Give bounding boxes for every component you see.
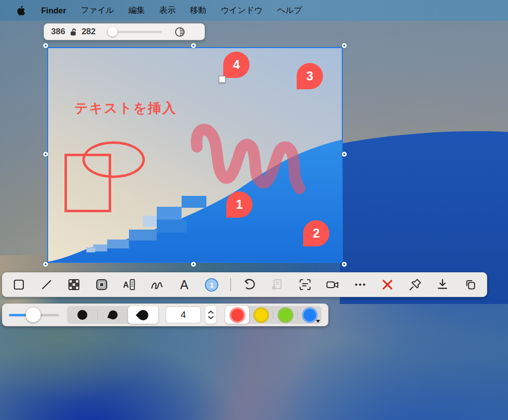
copy-button[interactable] xyxy=(461,275,479,295)
text-field-tool-button[interactable]: A xyxy=(120,275,138,295)
circle-style-icon xyxy=(77,310,87,320)
zoom-slider[interactable] xyxy=(107,27,162,37)
color-dropdown-caret[interactable] xyxy=(316,320,320,323)
pushpin-icon xyxy=(408,277,423,292)
selection-width-value: 386 xyxy=(51,27,65,37)
drop-style-icon xyxy=(107,309,119,320)
marker-style-circle[interactable] xyxy=(67,306,97,324)
marker-style-drop-large[interactable] xyxy=(128,306,158,324)
selection-handle-bottom-right[interactable] xyxy=(342,262,347,267)
text-field-icon: A xyxy=(122,277,136,292)
rectangle-icon xyxy=(11,277,26,292)
step-marker-3[interactable]: 3 xyxy=(297,63,323,89)
blue-color-icon xyxy=(304,309,316,321)
cancel-button[interactable] xyxy=(379,275,396,295)
copy-icon xyxy=(463,277,478,292)
mosaic-tool-button[interactable] xyxy=(65,275,83,295)
ocr-scan-button[interactable] xyxy=(296,275,314,295)
menu-item-help[interactable]: ヘルプ xyxy=(277,5,302,16)
lock-unlocked-icon xyxy=(70,28,76,36)
selection-handle-top-left[interactable] xyxy=(43,43,48,48)
menu-item-window[interactable]: ウインドウ xyxy=(221,5,262,16)
marker-style-control xyxy=(67,306,158,324)
selection-handle-mid-left[interactable] xyxy=(43,152,48,157)
selection-handle-top-center[interactable] xyxy=(191,43,196,48)
yellow-color-icon xyxy=(255,309,267,321)
stepper-up-icon xyxy=(208,310,214,314)
menu-item-edit[interactable]: 編集 xyxy=(128,5,145,16)
thickness-value-input[interactable]: 4 xyxy=(166,307,200,323)
selection-handle-top-right[interactable] xyxy=(342,43,347,48)
line-icon xyxy=(39,277,54,292)
thickness-slider-knob[interactable] xyxy=(26,307,41,322)
history-button[interactable] xyxy=(268,275,286,295)
menu-item-go[interactable]: 移動 xyxy=(190,5,206,16)
download-button[interactable] xyxy=(434,275,451,295)
step-number-tool-button[interactable]: 1 xyxy=(203,275,221,295)
zoom-slider-knob[interactable] xyxy=(108,27,118,37)
color-picker-control xyxy=(225,306,321,324)
freehand-draw-tool-button[interactable] xyxy=(148,275,166,295)
capture-selection-content: テキストを挿入 4 3 1 2 xyxy=(47,47,343,263)
color-swatch-yellow[interactable] xyxy=(249,306,273,324)
more-options-button[interactable] xyxy=(351,275,369,295)
history-scroll-icon xyxy=(270,277,285,292)
contrast-icon xyxy=(174,26,186,38)
contrast-button[interactable] xyxy=(174,26,186,38)
selection-handle-bottom-left[interactable] xyxy=(43,262,48,267)
stepper-down-icon xyxy=(208,316,214,319)
screen: Finder ファイル 編集 表示 移動 ウインドウ ヘルプ 386 282 xyxy=(0,0,508,420)
selection-handle-mid-right[interactable] xyxy=(342,152,347,157)
ocr-scan-icon xyxy=(298,277,313,292)
step-marker-1[interactable]: 1 xyxy=(226,191,253,218)
apple-logo-icon xyxy=(16,5,25,16)
step-marker-2[interactable]: 2 xyxy=(303,220,329,246)
undo-button[interactable] xyxy=(241,275,258,295)
menu-bar: Finder ファイル 編集 表示 移動 ウインドウ ヘルプ xyxy=(0,0,508,21)
svg-text:A: A xyxy=(123,281,129,289)
step-number-icon: 1 xyxy=(205,278,218,292)
marker-style-drop[interactable] xyxy=(98,306,128,324)
blur-tool-button[interactable] xyxy=(93,275,111,295)
video-camera-icon xyxy=(325,277,340,292)
menu-item-file[interactable]: ファイル xyxy=(80,5,114,16)
annotation-resize-handle[interactable] xyxy=(219,76,226,83)
download-icon xyxy=(435,277,450,292)
drop-large-style-icon xyxy=(136,307,151,322)
color-swatch-green[interactable] xyxy=(273,306,297,324)
screen-record-button[interactable] xyxy=(323,275,341,295)
step-marker-4[interactable]: 4 xyxy=(223,52,250,78)
color-swatch-blue[interactable] xyxy=(298,306,321,324)
red-color-icon xyxy=(231,309,244,321)
rectangle-tool-button[interactable] xyxy=(10,275,28,295)
cancel-x-icon xyxy=(380,277,395,292)
apple-menu[interactable] xyxy=(16,5,26,16)
mosaic-grid-icon xyxy=(66,277,81,292)
color-swatch-red[interactable] xyxy=(225,306,249,324)
aspect-lock-button[interactable] xyxy=(70,28,76,36)
text-tool-icon: A xyxy=(180,278,189,292)
green-color-icon xyxy=(279,309,292,321)
thickness-slider[interactable] xyxy=(9,307,59,322)
freehand-squiggle-icon xyxy=(149,277,164,292)
menu-item-view[interactable]: 表示 xyxy=(159,5,176,16)
style-toolbar: 4 xyxy=(2,303,328,326)
capture-selection: テキストを挿入 4 3 1 2 xyxy=(47,47,343,263)
ellipsis-icon xyxy=(353,277,368,292)
selection-height-value: 282 xyxy=(81,27,95,37)
menu-item-finder[interactable]: Finder xyxy=(41,6,66,15)
undo-icon xyxy=(242,277,257,292)
size-indicator-panel: 386 282 xyxy=(44,23,205,40)
selection-handle-bottom-center[interactable] xyxy=(191,262,196,267)
thickness-stepper[interactable] xyxy=(205,306,216,324)
text-annotation[interactable]: テキストを挿入 xyxy=(74,99,177,117)
line-tool-button[interactable] xyxy=(38,275,56,295)
blur-region-icon xyxy=(94,277,109,292)
annotation-toolbar: A A 1 xyxy=(2,272,487,297)
text-tool-button[interactable]: A xyxy=(175,275,193,295)
pin-button[interactable] xyxy=(406,275,424,295)
toolbar-separator xyxy=(230,278,231,291)
ellipse-annotation[interactable] xyxy=(82,141,145,178)
